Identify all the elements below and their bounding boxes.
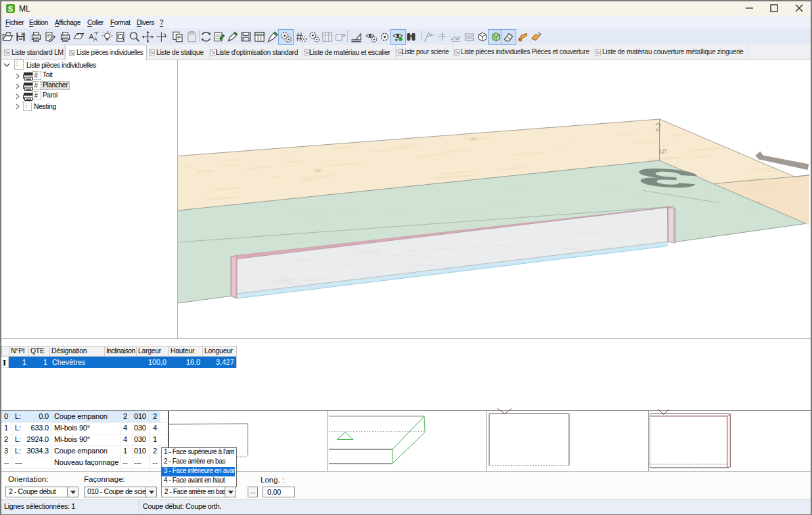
svg-text:#: # bbox=[35, 92, 39, 99]
svg-text:#: # bbox=[35, 82, 39, 89]
svg-text:#: # bbox=[35, 72, 39, 79]
svg-text:3: 3 bbox=[633, 162, 700, 195]
svg-text:5: 5 bbox=[658, 149, 669, 155]
svg-text:A: A bbox=[93, 36, 97, 43]
svg-text:2: 2 bbox=[655, 121, 661, 134]
